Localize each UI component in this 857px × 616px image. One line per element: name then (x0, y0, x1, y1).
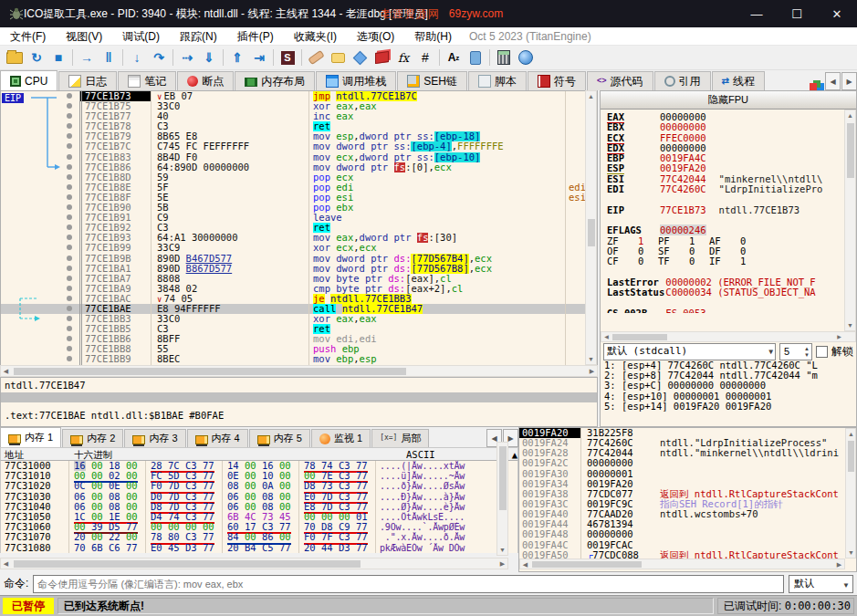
tab-内存布局[interactable]: 内存布局 (235, 71, 315, 90)
stack-row[interactable]: 0019FA4800000000 (519, 529, 856, 539)
stack-row[interactable]: 0019FA2031B225F8 (519, 428, 856, 438)
dump-tab-内存 2[interactable]: 内存 2 (62, 429, 123, 447)
dump-tab-局部[interactable]: [x=]局部 (371, 429, 429, 447)
register-row[interactable]: EIP77CE1B73ntdll.77CE1B73 (601, 205, 856, 215)
close-button[interactable]: ✕ (817, 0, 857, 27)
register-row[interactable]: GS 002B FS 0053 (601, 308, 856, 313)
menu-item-1[interactable]: 视图(V) (56, 27, 112, 46)
argument-row[interactable]: 3: [esp+C] 00000000 00000000 (604, 381, 856, 391)
stack-row[interactable]: 0019FA4077CAAD20ntdll.wcstombs+70 (519, 509, 856, 519)
dump-hscrollbar[interactable]: ◀▶ (0, 558, 508, 569)
disasm-vscrollbar[interactable]: ▲▼ (585, 90, 597, 365)
stop-icon[interactable]: ■ (47, 47, 69, 68)
step-over-icon[interactable]: ↷ (148, 47, 170, 68)
register-row[interactable]: CF0TF0IF1 (601, 256, 856, 266)
tab-日志[interactable]: 日志 (58, 71, 117, 90)
menu-item-0[interactable]: 文件(F) (0, 27, 56, 46)
function-icon[interactable]: fx (392, 47, 414, 68)
stack-row[interactable]: 0019FA2477C4260Cntdll."LdrpInitializePro… (519, 438, 856, 448)
step-into-icon[interactable]: ↓ (126, 47, 148, 68)
register-row[interactable]: EBX00000000 (601, 122, 856, 132)
strings-icon[interactable]: Az (443, 47, 465, 68)
calculator-icon[interactable] (493, 47, 515, 68)
disasm-row[interactable]: 77CE1B838B4D F0mov ecx,dword ptr ss:[ebp… (1, 152, 597, 162)
tab-线程[interactable]: ⇄线程 (712, 71, 765, 90)
argument-row[interactable]: 5: [esp+14] 0019FA20 0019FA20 (604, 402, 856, 412)
dump-vscrollbar[interactable]: ▼ (496, 442, 508, 556)
attach-icon[interactable] (465, 47, 486, 68)
stack-hscrollbar[interactable]: ◀▶ (519, 559, 845, 569)
pause-icon[interactable]: ‖ (98, 47, 120, 68)
stack-row[interactable]: 0019FA4C0019FCAC (519, 540, 856, 550)
open-file-icon[interactable] (4, 47, 26, 68)
dump-row[interactable]: 77C3108070 6B C6 77E0 45 D3 7720 B4 C5 7… (1, 543, 517, 553)
tab-断点[interactable]: 断点 (177, 71, 234, 90)
dump-tab-内存 3[interactable]: 内存 3 (124, 429, 185, 447)
argument-count-stepper[interactable]: 5▲▼ (779, 343, 812, 360)
label-icon[interactable] (349, 47, 371, 68)
hash-check-icon[interactable]: # (414, 47, 436, 68)
tab-调用堆栈[interactable]: 调用堆栈 (316, 71, 396, 90)
trace-into-icon[interactable]: ⇓ (198, 47, 220, 68)
menu-item-2[interactable]: 调试(D) (112, 27, 170, 46)
disasm-row[interactable]: 77CE1B9B890D B467D577mov dword ptr ds:[7… (1, 254, 597, 264)
register-list[interactable]: EAX00000000EBX00000000ECXFFEC0000EDX0000… (601, 110, 856, 331)
tab-脚本[interactable]: 脚本 (468, 71, 527, 90)
minimize-button[interactable]: — (737, 0, 777, 27)
tab-scroll-right-icon[interactable]: ▶ (841, 72, 857, 90)
dump-tab-内存 5[interactable]: 内存 5 (249, 429, 310, 447)
register-row[interactable]: EAX00000000 (601, 112, 856, 122)
hide-fpu-button[interactable]: 隐藏FPU (601, 91, 856, 110)
stack-vscrollbar[interactable]: ▲▼ (845, 428, 856, 559)
dump-scroll-up-icon[interactable]: ▲ (512, 448, 517, 460)
unlock-checkbox[interactable] (816, 346, 828, 358)
tab-scroll-left-icon[interactable]: ◀ (825, 72, 841, 90)
comment-icon[interactable] (327, 47, 349, 68)
register-row[interactable] (601, 194, 856, 204)
menu-item-3[interactable]: 跟踪(N) (170, 27, 227, 46)
registers-hscrollbar[interactable]: ◀▶ (601, 331, 856, 342)
disasm-hscrollbar[interactable]: ◀▶ (0, 365, 598, 377)
stack-row[interactable]: 0019FA3000000001 (519, 469, 856, 479)
dump-tab-内存 1[interactable]: 内存 1 (0, 427, 61, 447)
patches-icon[interactable] (371, 47, 392, 68)
stack-row[interactable]: 0019FA3C0019FC9C指向SEH_Record[1]的指针 (519, 499, 856, 509)
dump-tab-监视 1[interactable]: 监视 1 (311, 429, 371, 447)
register-row[interactable]: EFLAGS00000246 (601, 225, 856, 235)
menu-item-7[interactable]: 帮助(H) (404, 27, 462, 46)
disasm-row[interactable]: 77CE1B9933C9xor ecx,ecx (1, 243, 597, 253)
registers-vscrollbar[interactable]: ▲▼ (844, 110, 856, 331)
register-row[interactable] (601, 298, 856, 308)
command-input[interactable] (33, 575, 784, 593)
patch-icon[interactable] (305, 47, 327, 68)
run-to-user-code-icon[interactable]: ⇢ (176, 47, 198, 68)
ollystyle-s-icon[interactable]: S (277, 47, 298, 68)
stack-row[interactable]: 0019FA2877C42044ntdll."minkernel\\ntdll\… (519, 448, 856, 458)
disassembly-pane[interactable]: 77CE1B73∨EB 07jmp ntdll.77CE1B7C77CE1B75… (0, 90, 598, 376)
register-row[interactable]: LastStatus C0000034 (STATUS_OBJECT_NA (601, 287, 856, 298)
menu-item-4[interactable]: 插件(P) (227, 27, 284, 46)
command-scope-select[interactable]: 默认▼ (789, 575, 853, 593)
calling-convention-select[interactable]: 默认 (stdcall)▼ (603, 343, 776, 360)
disasm-row[interactable]: 77CE1BB98BECmov ebp,esp (1, 354, 597, 364)
dump-rows[interactable]: 77C3100016 00 18 0028 7C C3 7714 00 16 0… (0, 461, 518, 553)
menu-item-6[interactable]: 选项(O) (347, 27, 404, 46)
execute-till-return-icon[interactable]: ⇥ (248, 47, 270, 68)
stack-row[interactable]: 0019FA3877CDC077返回到 ntdll.RtlCaptureStac… (519, 489, 856, 499)
dump-tab-内存 4[interactable]: 内存 4 (187, 429, 248, 447)
step-out-icon[interactable]: ⇑ (226, 47, 248, 68)
tab-引用[interactable]: 引用 (654, 71, 711, 90)
tab-CPU[interactable]: CPU (0, 70, 57, 90)
register-row[interactable]: ECXFFEC0000 (601, 133, 856, 143)
tab-源代码[interactable]: <>源代码 (587, 71, 653, 90)
stack-row[interactable]: 0019FA2C00000000 (519, 458, 856, 468)
handles-icon[interactable] (810, 83, 817, 90)
tab-SEH链[interactable]: SEH链 (397, 71, 467, 90)
menu-item-5[interactable]: 收藏夹(I) (284, 27, 347, 46)
restart-icon[interactable]: ↻ (26, 47, 47, 68)
register-row[interactable]: EDX00000000 (601, 143, 856, 153)
settings-globe-icon[interactable] (515, 47, 537, 68)
stack-row[interactable]: 0019FA340019FA20 (519, 479, 856, 489)
run-icon[interactable]: → (76, 47, 98, 68)
arguments-list[interactable]: 1: [esp+4] 77C4260C ntdll.77C4260C "L2: … (601, 360, 856, 412)
